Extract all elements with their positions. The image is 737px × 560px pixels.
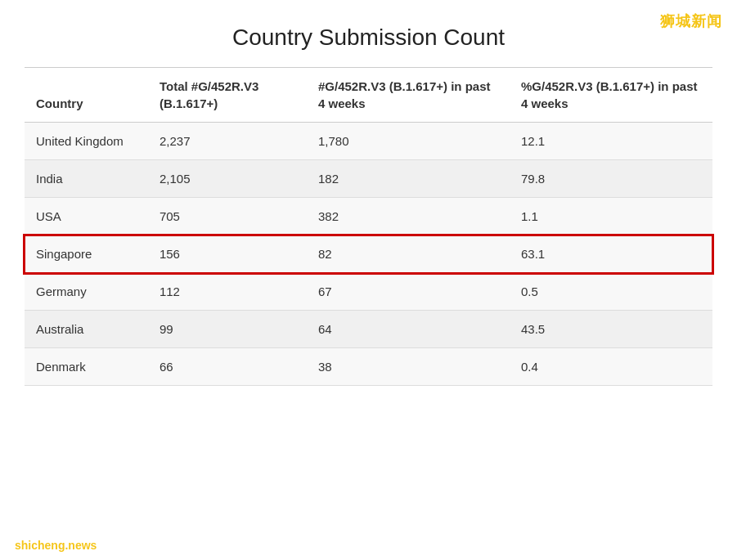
cell-total: 156: [148, 235, 307, 273]
cell-percent-4w: 0.5: [510, 273, 712, 311]
cell-count-4w: 182: [307, 160, 510, 198]
cell-count-4w: 64: [307, 311, 510, 348]
table-row: Singapore1568263.1: [25, 235, 712, 273]
cell-percent-4w: 12.1: [510, 123, 712, 160]
cell-country: Germany: [25, 273, 148, 311]
header-percent-4w: %G/452R.V3 (B.1.617+) in past 4 weeks: [510, 68, 712, 123]
submission-table: Country Total #G/452R.V3 (B.1.617+) #G/4…: [25, 67, 712, 386]
header-count-4w: #G/452R.V3 (B.1.617+) in past 4 weeks: [307, 68, 510, 123]
cell-count-4w: 382: [307, 198, 510, 235]
table-header-row: Country Total #G/452R.V3 (B.1.617+) #G/4…: [25, 68, 712, 123]
cell-country: Australia: [25, 311, 148, 348]
cell-percent-4w: 79.8: [510, 160, 712, 198]
cell-total: 66: [148, 348, 307, 386]
watermark-bottom: shicheng.news: [15, 539, 97, 552]
cell-total: 99: [148, 311, 307, 348]
cell-percent-4w: 0.4: [510, 348, 712, 386]
cell-country: United Kingdom: [25, 123, 148, 160]
table-row: Germany112670.5: [25, 273, 712, 311]
header-total: Total #G/452R.V3 (B.1.617+): [148, 68, 307, 123]
table-row: Australia996443.5: [25, 311, 712, 348]
table-row: USA7053821.1: [25, 198, 712, 235]
cell-country: India: [25, 160, 148, 198]
cell-country: Singapore: [25, 235, 148, 273]
cell-percent-4w: 1.1: [510, 198, 712, 235]
table-row: Denmark66380.4: [25, 348, 712, 386]
cell-country: USA: [25, 198, 148, 235]
cell-total: 2,237: [148, 123, 307, 160]
cell-total: 705: [148, 198, 307, 235]
cell-count-4w: 82: [307, 235, 510, 273]
cell-count-4w: 67: [307, 273, 510, 311]
table-row: India2,10518279.8: [25, 160, 712, 198]
cell-percent-4w: 63.1: [510, 235, 712, 273]
cell-total: 112: [148, 273, 307, 311]
cell-percent-4w: 43.5: [510, 311, 712, 348]
header-country: Country: [25, 68, 148, 123]
cell-total: 2,105: [148, 160, 307, 198]
cell-country: Denmark: [25, 348, 148, 386]
cell-count-4w: 38: [307, 348, 510, 386]
cell-count-4w: 1,780: [307, 123, 510, 160]
watermark-top: 狮城新闻: [660, 11, 722, 31]
table-row: United Kingdom2,2371,78012.1: [25, 123, 712, 160]
page-title: Country Submission Count: [25, 25, 712, 51]
